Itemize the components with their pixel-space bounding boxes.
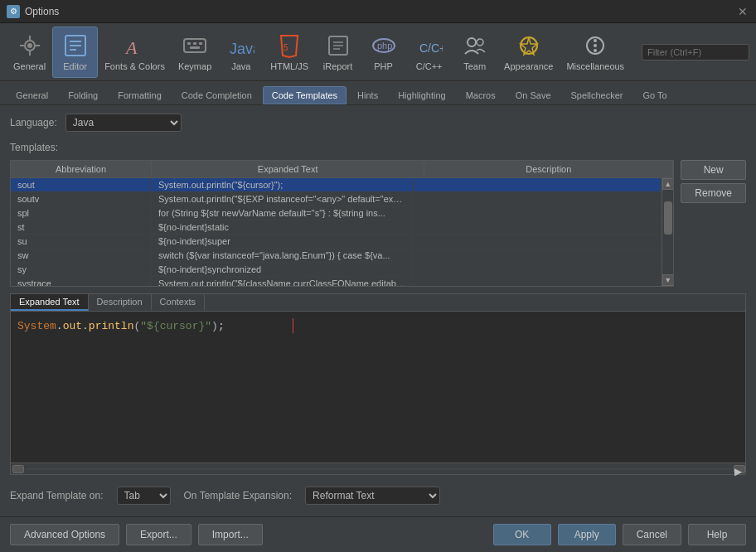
table-row[interactable]: soutv System.out.println("${EXP instance… [11,192,662,206]
editor-hscrollbar[interactable]: ▶ [11,462,745,474]
php-icon: php [371,32,397,59]
tab-highlighting[interactable]: Highlighting [389,86,454,104]
table-wrapper: Abbreviation Expanded Text Description s… [10,160,746,287]
ok-button[interactable]: OK [493,524,551,545]
toolbar-team[interactable]: Team [452,27,497,78]
toolbar-html[interactable]: 5 HTML/JS [264,27,315,78]
svg-text:Java: Java [230,41,254,57]
row-desc [413,220,662,234]
row-desc [413,206,662,220]
table-body: sout System.out.println("${cursor}"); so… [11,178,662,286]
expand-on-select[interactable]: Tab Enter Space [117,487,171,505]
editor-tab-description[interactable]: Description [89,294,152,311]
svg-point-1 [27,43,32,48]
row-desc [413,178,662,191]
tab-go-to[interactable]: Go To [634,86,676,104]
templates-table: Abbreviation Expanded Text Description s… [10,160,674,287]
toolbar-appearance-label: Appearance [504,61,553,71]
toolbar-editor[interactable]: Editor [52,27,98,78]
language-select[interactable]: Java PHP HTML CSS JavaScript [65,114,182,132]
col-header-abbr: Abbreviation [11,161,152,177]
scroll-up-arrow[interactable]: ▲ [662,178,674,190]
tab-code-templates[interactable]: Code Templates [263,86,346,104]
table-header: Abbreviation Expanded Text Description [11,161,673,178]
table-row[interactable]: sw switch (${var instanceof="java.lang.E… [11,249,662,263]
code-method-out: out [63,320,82,332]
scroll-thumb[interactable] [664,201,672,235]
toolbar-java-label: Java [231,61,250,71]
svg-text:C/C++: C/C++ [419,41,443,55]
toolbar: General Editor A Fonts & Colors Keymap J… [0,23,756,81]
toolbar-team-label: Team [463,61,486,71]
tab-on-save[interactable]: On Save [506,86,560,104]
hscroll-right[interactable]: ▶ [734,465,745,473]
toolbar-misc-label: Miscellaneous [566,61,624,71]
toolbar-ireport[interactable]: iReport [315,27,361,78]
html-icon: 5 [276,32,303,59]
scroll-down-arrow[interactable]: ▼ [662,274,674,286]
hscroll-thumb[interactable] [12,465,24,473]
code-paren-close: ) [211,320,218,332]
fonts-icon: A [122,32,148,59]
table-row[interactable]: sout System.out.println("${cursor}"); [11,178,662,192]
import-button[interactable]: Import... [198,524,263,545]
ireport-icon [325,32,351,59]
editor-tab-contexts[interactable]: Contexts [152,294,205,311]
table-row[interactable]: sy ${no-indent}synchronized [11,263,662,277]
code-class-name: System [17,320,56,332]
toolbar-keymap[interactable]: Keymap [172,27,218,78]
row-desc [413,249,662,262]
tab-spellchecker[interactable]: Spellchecker [562,86,632,104]
editor-tab-expanded[interactable]: Expanded Text [11,294,89,311]
expand-on-label: Expand Template on: [10,490,104,501]
table-row[interactable]: systrace System.out.println("${className… [11,277,662,286]
new-button[interactable]: New [681,160,746,180]
tab-hints[interactable]: Hints [348,86,387,104]
tab-macros[interactable]: Macros [457,86,505,104]
cancel-button[interactable]: Cancel [623,524,681,545]
toolbar-php-label: PHP [374,61,393,71]
close-button[interactable]: ✕ [736,5,749,18]
language-row: Language: Java PHP HTML CSS JavaScript [10,114,746,132]
on-expansion-select[interactable]: Reformat Text Reformat and Rearrange Do … [305,487,440,505]
toolbar-general[interactable]: General [7,27,52,78]
row-abbr: sout [11,178,152,191]
toolbar-cpp[interactable]: C/C++ C/C++ [406,27,452,78]
table-scrollbar[interactable]: ▲ ▼ [662,178,673,286]
toolbar-fonts[interactable]: A Fonts & Colors [98,27,172,78]
table-row[interactable]: spl for (String ${str newVarName default… [11,206,662,220]
editor-icon [62,32,89,59]
help-button[interactable]: Help [688,524,746,545]
remove-button[interactable]: Remove [681,183,746,203]
row-expanded: System.out.println("${className currClas… [152,277,413,286]
tab-formatting[interactable]: Formatting [109,86,171,104]
side-buttons: New Remove [681,160,746,287]
code-method-println: println [89,320,134,332]
table-row[interactable]: st ${no-indent}static [11,220,662,235]
row-expanded: switch (${var instanceof="java.lang.Enum… [152,249,413,262]
toolbar-misc[interactable]: Miscellaneous [560,27,631,78]
search-input[interactable] [642,44,749,61]
tab-code-completion[interactable]: Code Completion [172,86,261,104]
row-expanded: System.out.println("${EXP instanceof="<a… [152,192,413,206]
apply-button[interactable]: Apply [558,524,616,545]
editor-content[interactable]: System.out.println("${cursor}"); [11,312,745,462]
col-header-desc: Description [424,161,673,177]
app-icon: ⚙ [7,5,20,18]
general-icon [17,32,43,59]
toolbar-java[interactable]: Java Java [218,27,264,78]
table-row[interactable]: su ${no-indent}super [11,235,662,249]
row-expanded: ${no-indent}super [152,235,413,248]
export-button[interactable]: Export... [126,524,191,545]
toolbar-search [642,44,749,61]
toolbar-php[interactable]: php PHP [361,27,406,78]
tab-general[interactable]: General [7,86,57,104]
tab-folding[interactable]: Folding [59,86,107,104]
toolbar-appearance[interactable]: Appearance [497,27,560,78]
toolbar-general-label: General [13,61,46,71]
row-abbr: systrace [11,277,152,286]
advanced-options-button[interactable]: Advanced Options [10,524,119,545]
svg-point-32 [594,49,597,52]
svg-rect-12 [187,42,191,45]
toolbar-fonts-label: Fonts & Colors [104,61,165,71]
